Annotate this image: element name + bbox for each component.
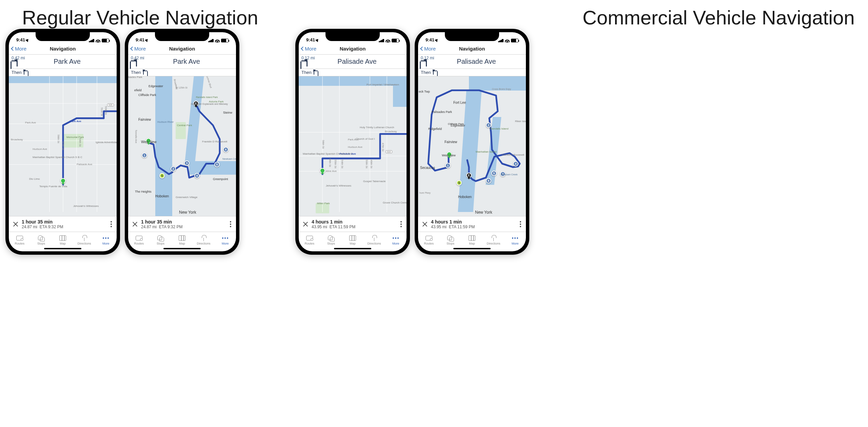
- routes-icon: [136, 236, 142, 240]
- home-indicator[interactable]: [299, 248, 407, 251]
- back-button[interactable]: More: [301, 46, 316, 52]
- stops-icon: [157, 235, 163, 241]
- map-label: Broadway: [11, 138, 23, 141]
- tab-map[interactable]: Map: [171, 232, 193, 248]
- map-label: kline Ave: [326, 170, 337, 173]
- back-button[interactable]: More: [421, 46, 436, 52]
- map-label: Broadway: [385, 130, 397, 133]
- map-label: Central Park: [177, 124, 192, 127]
- page-title: Navigation: [169, 46, 195, 52]
- chevron-left-icon: [301, 46, 305, 51]
- map-icon: [59, 235, 66, 241]
- then-direction: Then: [128, 69, 236, 76]
- wifi-icon: [386, 39, 390, 42]
- back-label: More: [305, 46, 316, 52]
- tab-map[interactable]: Map: [52, 232, 74, 248]
- tab-stops[interactable]: Stops: [150, 232, 172, 248]
- then-label: Then: [301, 70, 312, 75]
- close-icon[interactable]: [12, 221, 18, 227]
- kebab-menu-icon[interactable]: [109, 221, 113, 227]
- map-view[interactable]: Palisade Ave Broadway kline Ave Park Ave…: [299, 76, 407, 216]
- notch: [445, 32, 499, 41]
- tab-directions[interactable]: Directions: [363, 232, 385, 248]
- battery-icon: [102, 39, 109, 42]
- nav-header: More Navigation: [418, 43, 526, 55]
- wifi-icon: [505, 39, 510, 42]
- tab-map[interactable]: Map: [342, 232, 363, 248]
- map-label: Iglesia Adventista del Septimo: [96, 141, 117, 144]
- kebab-menu-icon[interactable]: [229, 221, 233, 227]
- then-direction: Then: [418, 69, 526, 76]
- kebab-menu-icon[interactable]: [399, 221, 403, 227]
- routes-icon: [16, 236, 23, 240]
- home-indicator[interactable]: [128, 248, 236, 251]
- tab-more[interactable]: More: [95, 232, 117, 248]
- back-button[interactable]: More: [12, 46, 26, 52]
- map-icon: [179, 235, 185, 241]
- map-label: Riker Islan: [515, 120, 526, 123]
- tab-directions[interactable]: Directions: [74, 232, 95, 248]
- tab-bar: Routes Stops Map Directions More: [128, 232, 236, 248]
- phone-frame: 9:41 More Navigation 0.42 mi Park Ave: [125, 29, 239, 255]
- map-view[interactable]: S 1 2 3 4 5 6 E New York West New Hoboke…: [128, 76, 236, 216]
- tab-stops[interactable]: Stops: [440, 232, 461, 248]
- map-label: Cross Bronx Expy: [492, 88, 511, 90]
- close-icon[interactable]: [132, 221, 138, 227]
- more-icon: [103, 237, 109, 239]
- tab-directions[interactable]: Directions: [193, 232, 215, 248]
- map-label: Fairview: [445, 140, 457, 144]
- map-pin-stop: 4: [194, 173, 200, 178]
- map-label: Gospel Tabernacle: [363, 180, 386, 183]
- status-time: 9:41: [16, 37, 29, 42]
- phone-frame: 9:41 More Navigation 0.12 mi Palisade Av…: [415, 29, 529, 255]
- tab-directions[interactable]: Directions: [483, 232, 505, 248]
- battery-icon: [392, 39, 399, 42]
- home-indicator[interactable]: [9, 248, 117, 251]
- tab-more[interactable]: More: [214, 232, 236, 248]
- back-button[interactable]: More: [131, 46, 146, 52]
- page-title: Navigation: [340, 46, 366, 52]
- tab-stops[interactable]: Stops: [320, 232, 342, 248]
- map-label: 50th St: [365, 160, 368, 168]
- tab-map[interactable]: Map: [461, 232, 483, 248]
- map-view[interactable]: Park Ave Park Ave Broadway Hudson Ave Pa…: [9, 76, 117, 216]
- close-icon[interactable]: [302, 221, 308, 227]
- cell-signal-icon: [498, 39, 504, 42]
- notch: [36, 32, 90, 41]
- tab-more[interactable]: More: [504, 232, 526, 248]
- tab-routes[interactable]: Routes: [9, 232, 31, 248]
- tab-stops[interactable]: Stops: [31, 232, 52, 248]
- map-route-shield: 505: [107, 103, 114, 106]
- tab-routes[interactable]: Routes: [418, 232, 440, 248]
- routes-icon: [306, 236, 313, 240]
- map-label: West New: [442, 154, 456, 157]
- map-label: East River Esplanade and Bikeway: [191, 103, 228, 105]
- tab-routes[interactable]: Routes: [299, 232, 320, 248]
- map-label: 55th St: [334, 160, 337, 168]
- map-label: Secaucus: [420, 166, 435, 170]
- chevron-left-icon: [11, 46, 15, 51]
- map-label: Franklin D Roosevelt: [502, 154, 524, 156]
- more-icon: [393, 237, 399, 239]
- map-label: Jehovah's Witnesses: [326, 184, 351, 187]
- map-pin-start: S: [456, 180, 462, 186]
- map-label: 58th St: [57, 135, 60, 143]
- battery-icon: [511, 39, 518, 42]
- map-view[interactable]: S 1 2 3 4 5 6 E New York Hoboken Fairvie…: [418, 76, 526, 216]
- map-label: Dio Limo: [29, 177, 40, 180]
- map-label: Steinw: [223, 111, 232, 114]
- trip-detail: 43.95 mi ETA 11:59 PM: [312, 225, 396, 229]
- then-label: Then: [131, 70, 141, 75]
- directions-icon: [491, 235, 497, 241]
- map-label: Miller Park: [317, 202, 330, 205]
- map-pin-stop: 5: [491, 171, 497, 176]
- home-indicator[interactable]: [418, 248, 526, 251]
- tab-routes[interactable]: Routes: [128, 232, 150, 248]
- tab-more[interactable]: More: [385, 232, 407, 248]
- phone-frame: 9:41 More Navigation 0.12 mi Palisade Av…: [295, 29, 410, 255]
- close-icon[interactable]: [421, 221, 428, 227]
- status-time: 9:41: [426, 37, 438, 42]
- kebab-menu-icon[interactable]: [518, 221, 522, 227]
- location-services-icon: [315, 38, 320, 42]
- map-route-shield: 684: [386, 150, 392, 153]
